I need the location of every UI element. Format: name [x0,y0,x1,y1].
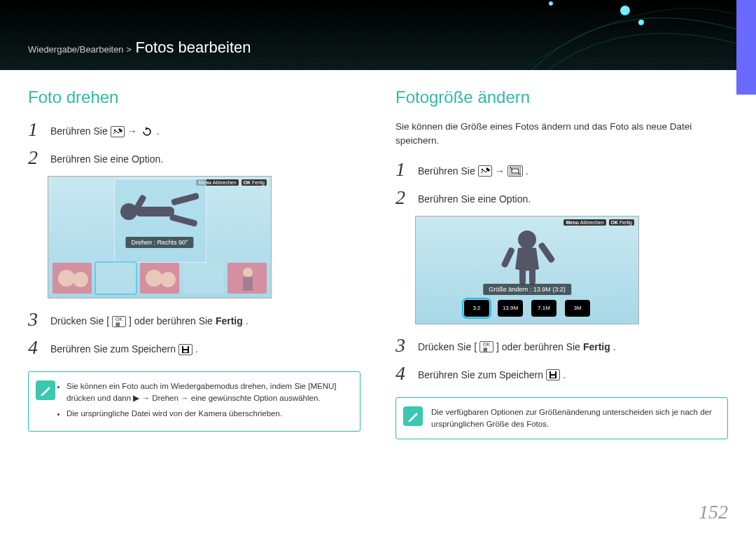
section-title-rotate: Foto drehen [28,88,360,107]
rotate-preview: Menu Abbrechen OK Fertig Drehen : Rechts… [48,176,272,298]
rotate-icon [140,126,154,137]
ok-button-icon: OK▦ [112,316,126,327]
ok-done-button[interactable]: OK Fertig [241,179,267,186]
step-number: 4 [396,364,414,383]
menu-cancel-button[interactable]: Menu Abbrechen [564,219,606,226]
svg-rect-12 [243,277,253,291]
svg-point-16 [482,169,483,170]
svg-rect-20 [500,247,515,268]
thumbnail[interactable] [183,263,223,294]
svg-rect-3 [136,207,174,217]
svg-rect-21 [538,241,556,263]
note-resize: Die verfügbaren Optionen zur Größenänder… [396,397,728,440]
svg-rect-26 [551,376,555,378]
section-title-resize: Fotogröße ändern [396,88,728,107]
resize-overlay-label: Größe ändern : 13.9M (3:2) [483,284,571,295]
svg-point-7 [58,270,75,287]
resize-preview: Menu Abbrechen OK Fertig Größe ändern : … [415,216,639,324]
page-header: Wiedergabe/Bearbeiten > Fotos bearbeiten [0,0,756,70]
resize-icon [507,165,523,177]
step-4-text: Berühren Sie zum Speichern . [50,338,198,357]
edit-icon [478,165,492,177]
svg-rect-23 [529,268,536,284]
column-resize: Fotogröße ändern Sie können die Größe ei… [396,88,728,439]
ok-button-icon: OK▦ [479,341,493,352]
thumbnail-selected[interactable] [96,263,135,294]
step-2-text: Berühren Sie eine Option. [50,148,163,167]
step-number: 2 [396,188,414,207]
page-title: Fotos bearbeiten [135,39,251,56]
page-number: 152 [699,501,728,523]
note-text: Die verfügbaren Optionen zur Größenänder… [431,408,712,428]
breadcrumb: Wiedergabe/Bearbeiten > [28,44,134,55]
svg-point-19 [518,231,536,249]
save-icon [178,344,192,355]
svg-point-1 [114,129,115,130]
svg-rect-5 [169,214,198,227]
resize-option[interactable]: 3M [565,300,590,317]
side-tab [736,0,756,95]
step-number: 3 [28,310,46,329]
edit-icon [111,126,125,137]
save-icon [546,369,560,380]
note-item: Sie können ein Foto auch im Wiedergabemo… [66,380,350,405]
note-item: Die ursprüngliche Datei wird von der Kam… [66,408,350,420]
step-3-text: Drücken Sie [OK▦] oder berühren Sie Fert… [50,310,248,329]
svg-point-9 [146,270,162,287]
resize-option[interactable]: 7.1M [531,300,556,317]
note-icon [403,406,423,426]
svg-rect-22 [519,268,526,284]
step-number: 3 [396,336,414,355]
thumbnail[interactable] [140,263,179,294]
step-number: 4 [28,338,46,357]
step-2-text: Berühren Sie eine Option. [418,188,531,207]
step-1-text: Berühren Sie → . [50,120,160,139]
note-icon [36,380,55,400]
svg-rect-25 [551,371,555,374]
svg-rect-18 [512,169,519,173]
note-rotate: Sie können ein Foto auch im Wiedergabemo… [28,371,360,432]
resize-description: Sie können die Größe eines Fotos ändern … [396,120,728,149]
child-silhouette-icon [496,227,559,287]
step-number: 1 [396,160,414,179]
svg-rect-14 [183,346,188,349]
thumbnail[interactable] [227,263,267,294]
svg-point-11 [243,268,253,277]
rotate-overlay-label: Drehen : Rechts 90° [125,237,193,248]
step-1-text: Berühren Sie → . [418,160,528,179]
svg-point-8 [73,272,88,287]
svg-point-10 [160,272,176,287]
thumbnail[interactable] [52,263,92,294]
step-4-text: Berühren Sie zum Speichern . [418,364,566,383]
column-rotate: Foto drehen 1 Berühren Sie → . 2 Berühre… [28,88,360,439]
svg-rect-4 [171,193,200,206]
header-decoration [441,0,756,70]
step-3-text: Drücken Sie [OK▦] oder berühren Sie Fert… [418,336,616,355]
thumbnail-row [48,263,271,294]
ok-done-button[interactable]: OK Fertig [609,219,634,226]
step-number: 2 [28,148,46,167]
step-number: 1 [28,120,46,139]
resize-option[interactable]: 13.9M [498,300,523,317]
resize-option[interactable]: 3:2 [464,300,489,317]
svg-rect-15 [183,350,188,352]
rotated-silhouette-icon [115,187,206,236]
